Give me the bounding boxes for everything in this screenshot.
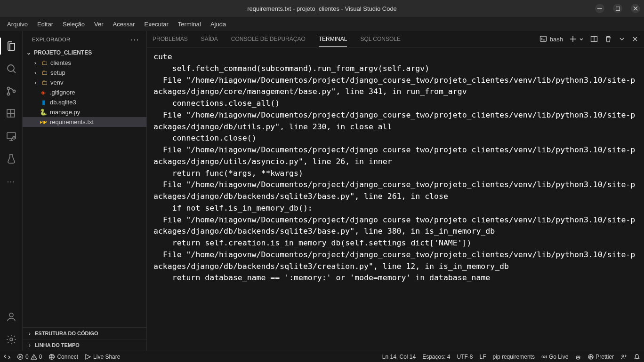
close-button[interactable] bbox=[631, 4, 640, 13]
language-mode-button[interactable]: pip requirements bbox=[493, 354, 535, 360]
menu-seleção[interactable]: Seleção bbox=[58, 19, 89, 30]
chevron-down-icon[interactable] bbox=[619, 36, 625, 42]
sidebar-more-icon[interactable]: ⋯ bbox=[130, 34, 139, 45]
folder-label: setup bbox=[50, 69, 65, 76]
folder-icon: 🗀 bbox=[41, 79, 48, 86]
menu-ver[interactable]: Ver bbox=[90, 19, 108, 30]
file-label: manage.py bbox=[50, 109, 80, 116]
settings-icon[interactable] bbox=[0, 328, 23, 351]
explorer-icon[interactable] bbox=[0, 35, 23, 57]
window-title: requirements.txt - projeto_clientes - Vi… bbox=[247, 5, 397, 12]
svg-point-5 bbox=[13, 90, 15, 93]
problems-button[interactable]: 0 0 bbox=[17, 354, 42, 360]
file-label: .gitignore bbox=[50, 89, 75, 96]
project-root[interactable]: ⌄ PROJETO_CLIENTES bbox=[23, 47, 146, 58]
chevron-down-icon: ⌄ bbox=[25, 49, 32, 56]
chevron-right-icon: › bbox=[32, 79, 39, 86]
timeline-label: LINHA DO TEMPO bbox=[35, 342, 80, 348]
terminal-output[interactable]: cute self.fetch_command(subcommand).run_… bbox=[147, 47, 644, 351]
file-label: requirements.txt bbox=[50, 118, 94, 126]
menu-acessar[interactable]: Acessar bbox=[109, 19, 139, 30]
project-name: PROJETO_CLIENTES bbox=[34, 49, 92, 56]
editor-area: PROBLEMASSAÍDACONSOLE DE DEPURAÇÃOTERMIN… bbox=[147, 31, 644, 351]
svg-point-20 bbox=[578, 356, 580, 358]
more-icon[interactable]: ⋯ bbox=[0, 170, 23, 193]
split-terminal-button[interactable] bbox=[590, 35, 598, 43]
svg-point-13 bbox=[10, 338, 13, 341]
svg-rect-7 bbox=[11, 113, 15, 117]
feedback-button[interactable] bbox=[620, 354, 627, 360]
svg-point-18 bbox=[543, 356, 545, 358]
panel-tab-terminal[interactable]: TERMINAL bbox=[319, 32, 347, 46]
folder-venv[interactable]: ›🗀venv bbox=[23, 78, 146, 87]
svg-rect-8 bbox=[11, 110, 15, 113]
panel-tabs: PROBLEMASSAÍDACONSOLE DE DEPURAÇÃOTERMIN… bbox=[153, 32, 401, 46]
liveshare-button[interactable]: Live Share bbox=[85, 354, 120, 360]
titlebar: requirements.txt - projeto_clientes - Vi… bbox=[0, 0, 644, 17]
eol-button[interactable]: LF bbox=[480, 354, 486, 360]
svg-rect-6 bbox=[7, 113, 11, 117]
golive-button[interactable]: Go Live bbox=[541, 354, 568, 360]
terminal-shell-selector[interactable]: bash bbox=[539, 35, 563, 43]
chevron-right-icon: › bbox=[32, 59, 39, 66]
svg-point-2 bbox=[8, 65, 14, 71]
search-icon[interactable] bbox=[0, 57, 23, 80]
folder-setup[interactable]: ›🗀setup bbox=[23, 68, 146, 78]
copilot-button[interactable] bbox=[575, 354, 581, 360]
notifications-button[interactable] bbox=[634, 354, 640, 360]
folder-icon: 🗀 bbox=[41, 59, 48, 66]
file-db-sqlite3[interactable]: ▮db.sqlite3 bbox=[23, 97, 146, 107]
folder-label: clientes bbox=[50, 59, 71, 66]
encoding-button[interactable]: UTF-8 bbox=[457, 354, 473, 360]
trash-button[interactable] bbox=[604, 35, 612, 43]
sidebar: EXPLORADOR ⋯ ⌄ PROJETO_CLIENTES ›🗀client… bbox=[23, 31, 147, 351]
folder-label: venv bbox=[50, 79, 63, 86]
panel-bar: PROBLEMASSAÍDACONSOLE DE DEPURAÇÃOTERMIN… bbox=[147, 31, 644, 47]
chevron-right-icon: › bbox=[32, 69, 39, 76]
cursor-position[interactable]: Ln 14, Col 14 bbox=[382, 354, 416, 360]
maximize-button[interactable] bbox=[613, 4, 622, 13]
svg-rect-14 bbox=[540, 36, 546, 41]
menu-arquivo[interactable]: Arquivo bbox=[3, 19, 32, 30]
svg-point-12 bbox=[9, 313, 13, 317]
spaces-button[interactable]: Espaços: 4 bbox=[422, 354, 450, 360]
file-requirements-txt[interactable]: PIPrequirements.txt bbox=[23, 117, 146, 127]
testing-icon[interactable] bbox=[0, 148, 23, 170]
menu-executar[interactable]: Executar bbox=[140, 19, 173, 30]
svg-rect-0 bbox=[597, 8, 602, 9]
outline-label: ESTRUTURA DO CÓDIGO bbox=[35, 331, 98, 336]
timeline-section[interactable]: › LINHA DO TEMPO bbox=[23, 339, 146, 351]
shell-name: bash bbox=[550, 36, 563, 43]
panel-tab-problemas[interactable]: PROBLEMAS bbox=[153, 32, 188, 46]
connect-button[interactable]: Connect bbox=[48, 354, 78, 360]
svg-rect-1 bbox=[616, 7, 620, 10]
statusbar: 0 0 Connect Live Share Ln 14, Col 14 Esp… bbox=[0, 351, 644, 362]
panel-tab-saída[interactable]: SAÍDA bbox=[201, 32, 218, 46]
remote-explorer-icon[interactable] bbox=[0, 125, 23, 148]
svg-point-4 bbox=[7, 93, 9, 95]
close-panel-button[interactable] bbox=[632, 36, 638, 42]
folder-icon: 🗀 bbox=[41, 69, 48, 76]
new-terminal-button[interactable] bbox=[570, 36, 584, 42]
file-manage-py[interactable]: 🐍manage.py bbox=[23, 107, 146, 117]
menubar: ArquivoEditarSeleçãoVerAcessarExecutarTe… bbox=[0, 17, 644, 31]
source-control-icon[interactable] bbox=[0, 80, 23, 102]
svg-rect-9 bbox=[7, 110, 11, 113]
panel-tab-console-de-depuração[interactable]: CONSOLE DE DEPURAÇÃO bbox=[231, 32, 306, 46]
sidebar-title: EXPLORADOR bbox=[32, 37, 70, 42]
menu-ajuda[interactable]: Ajuda bbox=[206, 19, 230, 30]
menu-editar[interactable]: Editar bbox=[33, 19, 57, 30]
remote-button[interactable] bbox=[4, 354, 10, 360]
account-icon[interactable] bbox=[0, 306, 23, 328]
folder-clientes[interactable]: ›🗀clientes bbox=[23, 58, 146, 68]
extensions-icon[interactable] bbox=[0, 102, 23, 125]
minimize-button[interactable] bbox=[595, 4, 604, 13]
chevron-right-icon: › bbox=[26, 342, 33, 348]
panel-tab-sql-console[interactable]: SQL CONSOLE bbox=[360, 32, 401, 46]
outline-section[interactable]: › ESTRUTURA DO CÓDIGO bbox=[23, 327, 146, 339]
file--gitignore[interactable]: ◈.gitignore bbox=[23, 87, 146, 97]
menu-terminal[interactable]: Terminal bbox=[174, 19, 205, 30]
prettier-button[interactable]: Prettier bbox=[588, 354, 614, 360]
activity-bar: ⋯ bbox=[0, 31, 23, 351]
chevron-right-icon: › bbox=[26, 331, 33, 336]
